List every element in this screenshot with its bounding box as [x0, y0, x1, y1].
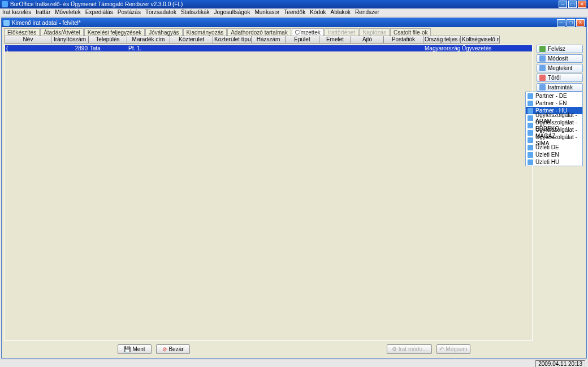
- document-icon: [528, 123, 533, 128]
- inner-minimize-button[interactable]: –: [557, 19, 565, 27]
- tab-c-mzettek[interactable]: Címzettek: [292, 28, 324, 36]
- column-header[interactable]: Házszám: [251, 36, 285, 44]
- dropdown-item[interactable]: Ügyfélszolgálat - SIMA: [526, 136, 582, 144]
- cell: 2890: [51, 45, 89, 51]
- undo-icon: ↶: [439, 346, 444, 352]
- cancel-button: ↶ Mégsem: [436, 344, 470, 354]
- document-icon: [528, 159, 533, 165]
- close-form-icon: ⊘: [162, 346, 167, 352]
- cell: [351, 45, 384, 51]
- main-menubar: Irat kezelésIrattárMűveletekExpediálásPo…: [0, 8, 588, 16]
- tab--tad-s-tv-tel[interactable]: Átadás/Átvétel: [40, 28, 83, 36]
- column-header[interactable]: Közterület: [170, 36, 213, 44]
- inner-title: Kimenő irat adatai - felvitel*: [12, 20, 81, 26]
- menu-item-postázás[interactable]: Postázás: [118, 9, 141, 15]
- cancel-label: Mégsem: [446, 346, 467, 352]
- inner-titlebar: Kimenő irat adatai - felvitel* – □ ×: [2, 18, 586, 27]
- maximize-button[interactable]: □: [568, 1, 577, 8]
- dropdown-item-label: Üzleti DE: [535, 144, 559, 150]
- close-button[interactable]: ×: [578, 1, 586, 8]
- tab-napl-z-s: Naplózás: [359, 28, 390, 36]
- iratmodo-icon: ⚙: [392, 346, 397, 352]
- menu-item-expediálás[interactable]: Expediálás: [85, 9, 113, 15]
- menu-item-rendszer[interactable]: Rendszer: [355, 9, 379, 15]
- dropdown-item[interactable]: Partner - EN: [526, 100, 582, 107]
- column-header[interactable]: Maradék cím: [127, 36, 170, 44]
- window-controls: – □ ×: [559, 1, 586, 8]
- cell: Ügyvezetés: [461, 45, 500, 51]
- minimize-button[interactable]: –: [559, 1, 567, 8]
- app-icon: [2, 1, 8, 7]
- side-button-icon: [539, 55, 546, 62]
- tab-adathordoz-tartalmak[interactable]: Adathordozó tartalmak: [227, 28, 291, 36]
- menu-item-kódok[interactable]: Kódok: [310, 9, 326, 15]
- column-header[interactable]: Irányítószám: [51, 36, 88, 44]
- dropdown-item[interactable]: Üzleti HU: [526, 158, 582, 166]
- cell: [286, 45, 319, 51]
- iratmodo-label: Irat módo...: [399, 346, 427, 352]
- side-button-megtekint[interactable]: Megtekint: [537, 64, 583, 72]
- side-button-töröl[interactable]: Töröl: [537, 74, 583, 82]
- cell: Pf. 1.: [127, 45, 170, 51]
- document-icon: [528, 137, 533, 143]
- menu-item-műveletek[interactable]: Műveletek: [55, 9, 81, 15]
- cell: (: [5, 45, 51, 51]
- side-button-iratminták[interactable]: Iratminták: [537, 83, 583, 92]
- statusbar: 2009.04.11 20:13: [0, 360, 588, 367]
- tab-j-v-hagy-s[interactable]: Jóváhagyás: [145, 28, 182, 36]
- menu-item-irattár[interactable]: Irattár: [36, 9, 50, 15]
- menu-item-statisztikák[interactable]: Statisztikák: [181, 9, 210, 15]
- side-button-label: Felvisz: [548, 46, 565, 52]
- tab-kiadm-nyoz-s[interactable]: Kiadmányozás: [183, 28, 227, 36]
- document-icon: [528, 115, 533, 121]
- app-title: BürOffice Iratkezelő- és Ügymenet Támoga…: [10, 1, 183, 7]
- document-icon: [528, 152, 533, 158]
- cell: Tata: [89, 45, 127, 51]
- tab-kezel-si-feljegyz-sek[interactable]: Kezelési feljegyzések: [84, 28, 145, 36]
- column-header[interactable]: Közterület típus: [213, 36, 251, 44]
- cell: [170, 45, 213, 51]
- side-button-felvisz[interactable]: Felvisz: [537, 45, 583, 53]
- cell: [213, 45, 252, 51]
- tab-csatolt-file-ok[interactable]: Csatolt file-ok: [390, 28, 431, 36]
- dropdown-item-label: Üzleti EN: [535, 152, 559, 158]
- column-header[interactable]: Költségviselő rövid.: [460, 36, 500, 44]
- inner-maximize-button[interactable]: □: [567, 19, 575, 27]
- side-button-label: Módosít: [548, 55, 568, 62]
- dropdown-item-label: Üzleti HU: [535, 159, 559, 165]
- iratmodo-button: ⚙ Irat módo...: [387, 344, 432, 354]
- close-form-button[interactable]: ⊘ Bezár: [156, 344, 190, 354]
- menu-item-munkasor[interactable]: Munkasor: [254, 9, 279, 15]
- column-header[interactable]: Emelet: [319, 36, 351, 44]
- side-button-icon: [539, 65, 546, 71]
- document-icon: [528, 130, 533, 136]
- save-button[interactable]: 💾 Ment: [118, 344, 152, 354]
- column-header[interactable]: Postafiók: [383, 36, 423, 44]
- menu-item-irat-kezelés[interactable]: Irat kezelés: [2, 9, 31, 15]
- document-icon: [528, 108, 533, 114]
- cell: Magyarország: [423, 45, 461, 51]
- menu-item-ablakok[interactable]: Ablakok: [331, 9, 351, 15]
- side-button-icon: [539, 46, 546, 52]
- table-row[interactable]: (2890TataPf. 1.MagyarországÜgyvezetés: [5, 45, 532, 51]
- inner-close-button[interactable]: ×: [576, 19, 585, 27]
- menu-item-jogosultságok[interactable]: Jogosultságok: [214, 9, 250, 15]
- column-header[interactable]: Település: [88, 36, 127, 44]
- inner-window: Kimenő irat adatai - felvitel* – □ × Elő…: [1, 18, 587, 359]
- tab-strip: ElőkészítésÁtadás/ÁtvételKezelési feljeg…: [2, 27, 586, 36]
- column-header[interactable]: Épület: [285, 36, 319, 44]
- cell: [252, 45, 286, 51]
- column-header[interactable]: Név: [5, 36, 51, 44]
- side-button-label: Töröl: [548, 75, 561, 81]
- menu-item-törzsadatok[interactable]: Törzsadatok: [145, 9, 176, 15]
- save-icon: 💾: [124, 346, 131, 352]
- dropdown-item[interactable]: Partner - DE: [526, 92, 582, 100]
- document-icon: [528, 145, 533, 150]
- column-header[interactable]: Ajtó: [351, 36, 383, 44]
- dropdown-item[interactable]: Üzleti EN: [526, 151, 582, 158]
- menu-item-teendők[interactable]: Teendők: [284, 9, 305, 15]
- column-header[interactable]: Ország teljes név: [423, 36, 460, 44]
- side-button-módosít[interactable]: Módosít: [537, 54, 583, 63]
- tab-el-k-sz-t-s[interactable]: Előkészítés: [4, 28, 40, 36]
- document-icon: [528, 93, 533, 99]
